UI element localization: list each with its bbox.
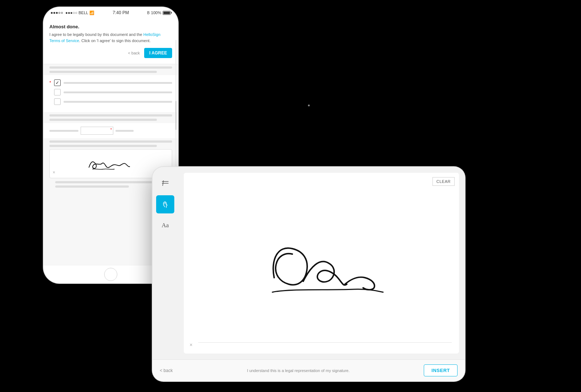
checkbox-item-1: ✓ bbox=[54, 79, 172, 86]
signature-x-label: × bbox=[190, 342, 192, 348]
scroll-thumb bbox=[175, 101, 176, 130]
signal-dot-3 bbox=[56, 12, 58, 14]
doc-line-4 bbox=[49, 119, 157, 121]
checkbox-section: * ✓ bbox=[44, 75, 178, 112]
input-required-star: * bbox=[110, 128, 112, 132]
checkbox-label-2 bbox=[64, 91, 172, 93]
signature-drawing-tablet bbox=[252, 230, 390, 296]
home-button[interactable] bbox=[104, 268, 117, 281]
scribble-icon bbox=[161, 179, 170, 188]
consent-banner: Almost done. I agree to be legally bound… bbox=[44, 18, 178, 64]
center-dot bbox=[308, 105, 310, 106]
signal-dot-5 bbox=[61, 12, 63, 14]
input-prefix-line bbox=[49, 130, 78, 132]
agree-button[interactable]: I AGREE bbox=[144, 48, 172, 58]
checkbox-item-3 bbox=[54, 98, 172, 105]
scribble-tool-button[interactable] bbox=[156, 174, 174, 192]
tablet-screen: Aa CLEAR bbox=[153, 167, 465, 359]
doc-line-8 bbox=[55, 185, 129, 188]
signal-dot-2 bbox=[53, 12, 55, 14]
signature-canvas[interactable]: CLEAR × bbox=[184, 173, 459, 354]
doc-line-7 bbox=[55, 181, 166, 183]
battery-percent: 100% bbox=[151, 11, 161, 15]
draw-tool-button[interactable] bbox=[156, 195, 174, 213]
input-field[interactable]: * bbox=[81, 127, 113, 135]
finger-draw-icon bbox=[161, 200, 170, 209]
carrier-name: ●●●○○ BELL bbox=[65, 11, 88, 15]
doc-line-1 bbox=[49, 66, 172, 69]
signal-dot-1 bbox=[51, 12, 53, 14]
phone-signature-x: × bbox=[53, 170, 55, 175]
checkbox-3[interactable] bbox=[54, 98, 61, 105]
input-section: * bbox=[44, 123, 178, 138]
tablet-bottom-bar: < back I understand this is a legal repr… bbox=[153, 359, 465, 381]
input-suffix-line bbox=[115, 130, 134, 132]
doc-line-6 bbox=[49, 145, 157, 147]
consent-body-text: I agree to be legally bound by this docu… bbox=[49, 32, 143, 37]
consent-title: Almost done. bbox=[49, 24, 172, 29]
phone-signature-drawing bbox=[82, 155, 140, 173]
phone-back-link[interactable]: < back bbox=[128, 51, 140, 55]
consent-body-text2: . Click on 'I agree' to sign this docume… bbox=[79, 38, 151, 43]
clear-button[interactable]: CLEAR bbox=[432, 177, 455, 186]
checkbox-2[interactable] bbox=[54, 89, 61, 95]
tablet-legal-text: I understand this is a legal representat… bbox=[177, 368, 420, 373]
text-tool-button[interactable]: Aa bbox=[156, 216, 174, 234]
wifi-icon: 📶 bbox=[89, 11, 94, 15]
tablet-back-button[interactable]: < back bbox=[160, 368, 173, 373]
phone-status-bar: ●●●○○ BELL 📶 7:40 PM B 100% bbox=[44, 7, 178, 18]
phone-carrier: ●●●○○ BELL 📶 bbox=[51, 11, 94, 15]
checkbox-list: ✓ bbox=[54, 79, 172, 108]
tablet-frame: Aa CLEAR bbox=[153, 167, 465, 381]
svg-point-3 bbox=[164, 203, 166, 204]
phone-time: 7:40 PM bbox=[113, 10, 129, 15]
signature-tool-sidebar: Aa bbox=[153, 167, 178, 359]
doc-line-5 bbox=[49, 140, 172, 143]
phone-battery-area: B 100% bbox=[147, 11, 171, 15]
checkbox-label-3 bbox=[64, 101, 172, 103]
checkbox-label-1 bbox=[64, 82, 172, 84]
insert-button[interactable]: INSERT bbox=[424, 364, 458, 376]
bluetooth-icon: B bbox=[147, 11, 150, 15]
aa-text-label: Aa bbox=[162, 222, 169, 229]
checkbox-1[interactable]: ✓ bbox=[54, 79, 61, 86]
signature-baseline bbox=[198, 342, 452, 343]
consent-body: I agree to be legally bound by this docu… bbox=[49, 32, 172, 44]
doc-line-3 bbox=[49, 114, 172, 117]
doc-line-2 bbox=[49, 71, 157, 73]
tablet-device: Aa CLEAR bbox=[153, 167, 465, 381]
consent-actions: < back I AGREE bbox=[49, 48, 172, 58]
signal-dots bbox=[51, 12, 63, 14]
required-star: * bbox=[49, 80, 51, 85]
battery-icon bbox=[163, 11, 171, 15]
signal-dot-4 bbox=[58, 12, 60, 14]
signature-main-area: CLEAR × bbox=[178, 167, 465, 359]
battery-fill bbox=[163, 12, 170, 14]
input-row: * bbox=[49, 127, 172, 135]
checkbox-item-2 bbox=[54, 89, 172, 95]
